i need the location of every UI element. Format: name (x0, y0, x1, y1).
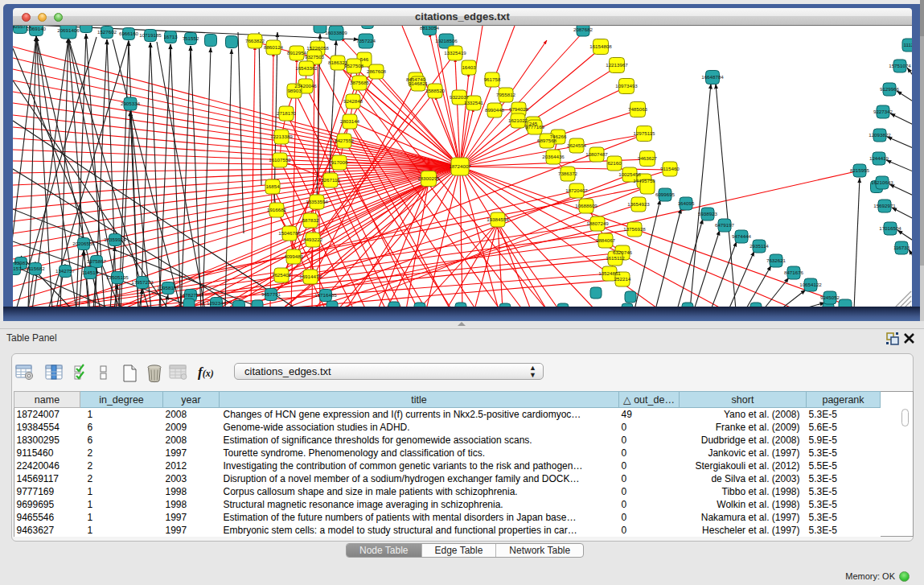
svg-text:2935114: 2935114 (749, 243, 769, 249)
svg-text:10719185: 10719185 (139, 32, 162, 38)
svg-text:9474444: 9474444 (732, 233, 752, 239)
svg-text:10688609: 10688609 (575, 203, 598, 208)
svg-text:9322037: 9322037 (450, 94, 470, 100)
svg-text:12505195: 12505195 (106, 274, 129, 280)
svg-text:7625402: 7625402 (272, 272, 292, 278)
svg-text:15692971: 15692971 (873, 203, 896, 208)
svg-text:19218506: 19218506 (435, 38, 458, 43)
svg-text:1342757: 1342757 (55, 268, 76, 274)
svg-text:16713: 16713 (163, 34, 178, 39)
svg-text:15716485: 15716485 (314, 292, 337, 298)
svg-text:9115460: 9115460 (660, 166, 680, 171)
svg-text:6479197: 6479197 (715, 222, 735, 228)
svg-text:9242848: 9242848 (343, 98, 363, 104)
svg-text:13756928: 13756928 (623, 226, 646, 232)
svg-text:20206556: 20206556 (72, 241, 95, 246)
svg-text:7357224: 7357224 (356, 38, 376, 43)
svg-text:917006: 917006 (331, 159, 348, 165)
svg-text:5938923: 5938923 (698, 211, 718, 216)
svg-text:15226058: 15226058 (306, 45, 329, 51)
svg-text:1332541: 1332541 (464, 100, 484, 105)
svg-text:114519: 114519 (82, 270, 99, 275)
svg-text:16154808: 16154808 (589, 43, 612, 49)
svg-text:16210643: 16210643 (871, 179, 893, 185)
svg-text:18300295: 18300295 (417, 175, 440, 181)
svg-text:9527508: 9527508 (344, 63, 364, 68)
svg-text:18720407: 18720407 (565, 187, 588, 193)
svg-text:9227342: 9227342 (873, 109, 893, 114)
svg-text:587832: 587832 (302, 217, 319, 223)
svg-text:16403: 16403 (462, 64, 476, 70)
svg-text:252214: 252214 (614, 276, 631, 282)
svg-text:9463627: 9463627 (638, 155, 658, 161)
svg-text:7663822: 7663822 (245, 38, 265, 43)
svg-text:546: 546 (360, 56, 369, 62)
svg-text:16033809: 16033809 (325, 30, 347, 35)
svg-text:1615112: 1615112 (606, 255, 625, 261)
svg-text:2087682: 2087682 (573, 27, 593, 32)
svg-text:98903: 98903 (287, 88, 302, 93)
svg-text:10973493: 10973493 (615, 83, 638, 89)
svg-text:14495759: 14495759 (633, 178, 655, 183)
svg-text:93981: 93981 (14, 260, 28, 266)
svg-text:9884067: 9884067 (596, 237, 616, 243)
svg-text:15046786: 15046786 (278, 230, 301, 236)
svg-text:6897568: 6897568 (537, 138, 557, 143)
svg-text:9777169: 9777169 (525, 124, 545, 130)
svg-text:16782759: 16782759 (179, 292, 202, 298)
svg-text:2803144: 2803144 (340, 118, 360, 124)
svg-text:2867608: 2867608 (367, 68, 387, 74)
svg-text:12213389: 12213389 (270, 134, 293, 139)
svg-text:1244419: 1244419 (869, 155, 889, 161)
svg-text:2718170: 2718170 (277, 110, 297, 116)
svg-text:7632621: 7632621 (766, 257, 786, 263)
svg-text:17957273: 17957273 (131, 279, 154, 285)
svg-text:16543362: 16543362 (295, 65, 318, 71)
svg-text:8813054: 8813054 (420, 26, 440, 31)
svg-text:7955812: 7955812 (496, 92, 516, 97)
svg-text:1916682: 1916682 (267, 207, 287, 212)
svg-text:3624554: 3624554 (567, 142, 587, 148)
svg-text:2905334: 2905334 (121, 101, 141, 106)
svg-text:8427552: 8427552 (335, 138, 355, 143)
svg-text:7386372: 7386372 (558, 171, 578, 176)
svg-text:8215955: 8215955 (850, 167, 870, 173)
svg-text:39157: 39157 (13, 266, 22, 271)
svg-text:15751074: 15751074 (889, 63, 911, 68)
svg-text:10958167: 10958167 (157, 285, 179, 290)
svg-text:1527602: 1527602 (97, 29, 117, 35)
svg-text:12213967: 12213967 (606, 62, 628, 68)
svg-text:16914479: 16914479 (299, 274, 322, 279)
svg-text:18724007: 18724007 (449, 163, 471, 169)
svg-text:9245052: 9245052 (820, 295, 840, 300)
svg-text:1292344: 1292344 (207, 300, 227, 306)
svg-text:1621022: 1621022 (508, 117, 528, 123)
svg-text:13325419: 13325419 (444, 50, 466, 56)
svg-text:19384554: 19384554 (487, 216, 509, 222)
svg-text:961758: 961758 (484, 76, 501, 82)
svg-text:20364436: 20364436 (542, 154, 565, 159)
svg-text:18807249: 18807249 (586, 220, 609, 226)
svg-text:9146821: 9146821 (409, 80, 429, 86)
svg-text:10025458: 10025458 (618, 171, 641, 177)
svg-text:164095: 164095 (678, 200, 695, 206)
svg-text:17359924: 17359924 (104, 237, 126, 242)
svg-text:3875685: 3875685 (350, 80, 370, 85)
svg-text:3975867: 3975867 (87, 258, 107, 264)
svg-text:1588520: 1588520 (425, 88, 446, 93)
svg-text:3493222: 3493222 (303, 237, 323, 242)
svg-text:16648784: 16648784 (701, 74, 724, 80)
svg-text:1115682: 1115682 (26, 266, 45, 271)
svg-text:9129966: 9129966 (880, 86, 900, 92)
svg-text:16854: 16854 (265, 183, 280, 189)
svg-text:9327503: 9327503 (305, 54, 325, 60)
svg-text:1112: 1112 (904, 42, 912, 47)
svg-text:10807487: 10807487 (585, 151, 608, 157)
svg-text:7485063: 7485063 (628, 106, 648, 112)
svg-text:8912954: 8912954 (287, 50, 307, 56)
svg-text:6099695: 6099695 (655, 192, 676, 197)
svg-text:8471676: 8471676 (784, 270, 804, 275)
svg-text:12093822: 12093822 (869, 132, 891, 138)
svg-text:12975115: 12975115 (633, 130, 655, 136)
svg-text:16107552: 16107552 (269, 157, 291, 163)
